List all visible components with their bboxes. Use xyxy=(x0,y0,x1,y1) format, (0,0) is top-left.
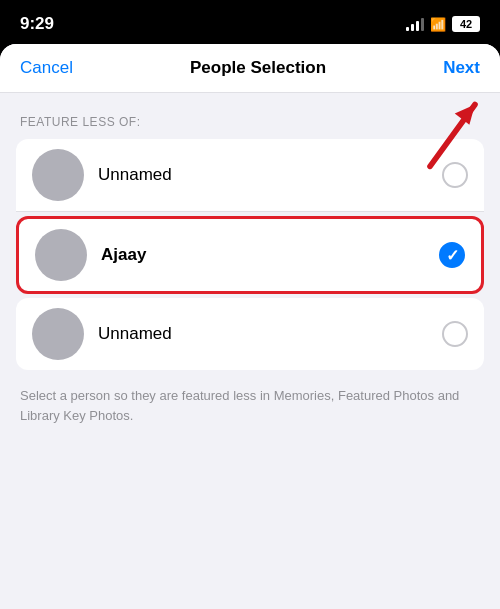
nav-bar: Cancel People Selection Next xyxy=(0,44,500,93)
radio-button[interactable] xyxy=(442,321,468,347)
signal-icon xyxy=(406,17,424,31)
footer-text: Select a person so they are featured les… xyxy=(16,386,484,425)
sheet-container: Cancel People Selection Next FEATURE LES… xyxy=(0,44,500,609)
avatar xyxy=(32,149,84,201)
avatar xyxy=(32,308,84,360)
next-button[interactable]: Next xyxy=(443,58,480,78)
table-row[interactable]: Ajaay xyxy=(16,216,484,294)
table-row[interactable]: Unnamed xyxy=(16,139,484,212)
person-name: Unnamed xyxy=(98,165,442,185)
status-bar: 9:29 📶 42 xyxy=(0,0,500,44)
cancel-button[interactable]: Cancel xyxy=(20,58,73,78)
radio-button-checked[interactable] xyxy=(439,242,465,268)
person-name: Ajaay xyxy=(101,245,439,265)
page-title: People Selection xyxy=(190,58,326,78)
status-time: 9:29 xyxy=(20,14,54,34)
section-label: FEATURE LESS OF: xyxy=(16,115,484,129)
wifi-icon: 📶 xyxy=(430,17,446,32)
content-area: FEATURE LESS OF: Unnamed Ajaay Unnamed xyxy=(0,93,500,441)
radio-button[interactable] xyxy=(442,162,468,188)
status-icons: 📶 42 xyxy=(406,16,480,32)
avatar xyxy=(35,229,87,281)
battery-indicator: 42 xyxy=(452,16,480,32)
table-row[interactable]: Unnamed xyxy=(16,298,484,370)
person-name: Unnamed xyxy=(98,324,442,344)
people-list: Unnamed Ajaay Unnamed xyxy=(16,139,484,370)
